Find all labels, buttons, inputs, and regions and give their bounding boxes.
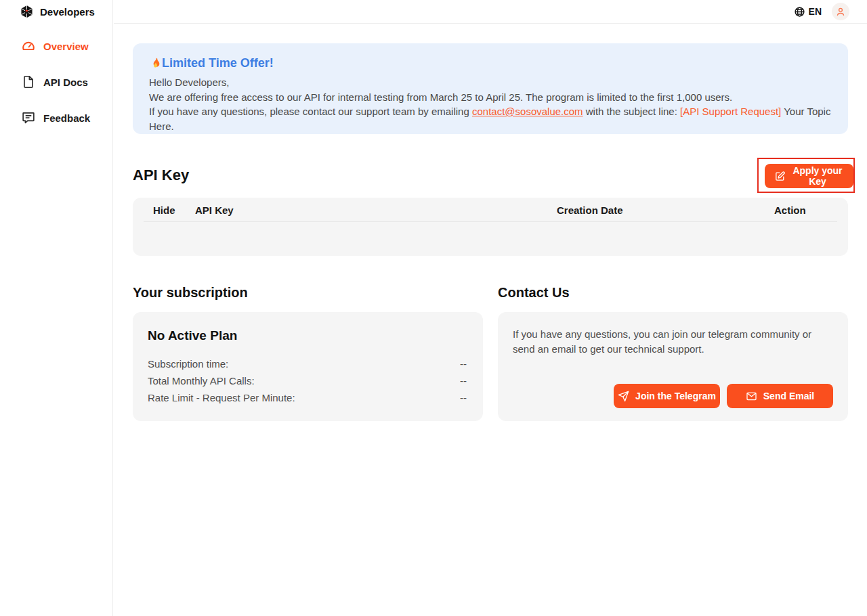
row-value: -- xyxy=(460,358,467,375)
banner-support-line: If you have any questions, please contac… xyxy=(149,104,832,133)
top-bar: EN xyxy=(114,0,867,24)
language-switcher[interactable]: EN xyxy=(794,6,822,18)
envelope-icon xyxy=(746,391,757,402)
table-empty-body xyxy=(133,222,848,256)
sidebar: Developers Overview API Docs xyxy=(0,0,113,616)
banner-title-text: Limited Time Offer! xyxy=(162,56,274,70)
fire-icon xyxy=(149,57,162,70)
brand-name: Developers xyxy=(40,6,95,18)
banner-offer-line: We are offering free access to our API f… xyxy=(149,90,832,105)
row-value: -- xyxy=(460,392,467,409)
contact-buttons: Join the Telegram Send Email xyxy=(614,384,833,408)
sidebar-item-api-docs[interactable]: API Docs xyxy=(0,72,113,91)
subscription-row: Subscription time: -- xyxy=(148,358,467,375)
email-button-label: Send Email xyxy=(763,391,814,401)
sidebar-item-label: Overview xyxy=(43,41,89,52)
brand-logo[interactable]: Developers xyxy=(20,4,95,19)
gauge-icon xyxy=(21,39,36,53)
banner-title: Limited Time Offer! xyxy=(149,56,832,70)
language-code: EN xyxy=(809,6,822,17)
cube-logo-icon xyxy=(20,4,34,19)
column-header-hide: Hide xyxy=(153,204,175,216)
developers-portal-page: Developers Overview API Docs xyxy=(0,0,867,616)
subscription-card: No Active Plan Subscription time: -- Tot… xyxy=(133,312,483,421)
column-header-api-key: API Key xyxy=(195,204,234,216)
subscription-section-title: Your subscription xyxy=(133,285,248,301)
sidebar-item-label: API Docs xyxy=(43,76,88,88)
subject-highlight: [API Support Request] xyxy=(680,106,781,117)
apply-button-label: Apply your Key xyxy=(791,165,844,187)
sidebar-item-label: Feedback xyxy=(43,112,90,124)
support-email-link[interactable]: contact@sosovalue.com xyxy=(472,106,583,117)
edit-icon xyxy=(774,171,786,182)
row-label: Rate Limit - Request Per Minute: xyxy=(148,392,295,409)
red-annotation-box: Apply your Key xyxy=(757,158,855,193)
row-value: -- xyxy=(460,375,467,392)
contact-description: If you have any questions, you can join … xyxy=(513,327,831,356)
apply-your-key-button[interactable]: Apply your Key xyxy=(765,164,853,188)
user-avatar[interactable] xyxy=(832,3,849,20)
row-label: Subscription time: xyxy=(148,358,228,375)
sidebar-item-feedback[interactable]: Feedback xyxy=(0,108,113,127)
join-telegram-button[interactable]: Join the Telegram xyxy=(614,384,720,408)
column-header-creation-date: Creation Date xyxy=(557,204,623,216)
telegram-button-label: Join the Telegram xyxy=(635,391,716,401)
subscription-row: Rate Limit - Request Per Minute: -- xyxy=(148,392,467,409)
send-email-button[interactable]: Send Email xyxy=(727,384,833,408)
sidebar-item-overview[interactable]: Overview xyxy=(0,37,113,56)
api-key-table: Hide API Key Creation Date Action xyxy=(133,198,848,256)
document-icon xyxy=(21,74,36,89)
column-header-action: Action xyxy=(774,204,806,216)
person-icon xyxy=(835,6,846,17)
plan-name: No Active Plan xyxy=(148,328,237,343)
api-key-section-title: API Key xyxy=(133,167,189,184)
banner-greeting: Hello Developers, xyxy=(149,75,832,90)
feedback-icon xyxy=(21,110,36,125)
subscription-details: Subscription time: -- Total Monthly API … xyxy=(148,358,467,409)
row-label: Total Monthly API Calls: xyxy=(148,375,255,392)
contact-section-title: Contact Us xyxy=(498,285,570,301)
subscription-row: Total Monthly API Calls: -- xyxy=(148,375,467,392)
paper-plane-icon xyxy=(618,391,629,402)
contact-card: If you have any questions, you can join … xyxy=(498,312,848,421)
limited-offer-banner: Limited Time Offer! Hello Developers, We… xyxy=(133,43,848,134)
globe-icon xyxy=(794,6,805,18)
